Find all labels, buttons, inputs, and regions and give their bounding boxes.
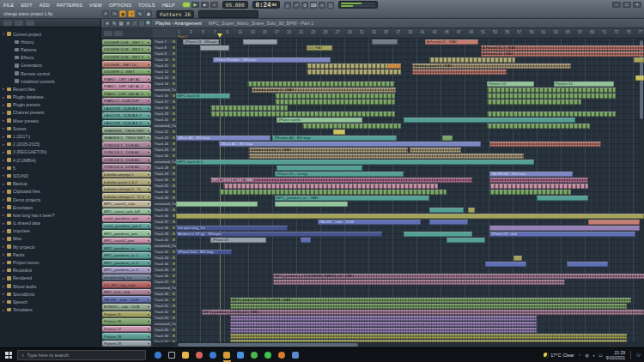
picker-item[interactable]: MPC_crash2_jam▾ [102,238,151,244]
spotify-icon[interactable] [250,351,259,360]
picker-item[interactable]: kalimba attempt 1▾ [102,172,151,178]
record-button[interactable]: ● [210,2,218,8]
browser-item[interactable]: ▸how long has it been? [0,211,100,219]
start-button[interactable] [0,348,17,362]
picker-item[interactable]: Pattern 29▾ [102,341,151,347]
clip[interactable]: MPC_pandeiro_LOUD_full - WAV [202,310,644,315]
picker-item[interactable]: DIDGERI DUB - WET 2▾ [102,46,151,53]
track-row-header[interactable]: Track 11 [153,63,176,69]
clip[interactable] [230,334,627,339]
show-desktop-divider[interactable] [630,351,631,359]
clip[interactable]: JPiano final - BG loop [176,250,232,255]
close-button[interactable]: × [633,2,641,8]
picker-item[interactable]: Pattern 28▾ [102,333,151,340]
browser-item[interactable]: Generators [0,62,100,69]
picker-item[interactable]: crash_pandeiro_jam▾ [102,215,151,222]
clip[interactable] [567,262,608,267]
browser-item[interactable]: ▸Plugin database [0,94,100,101]
vertical-scrollbar[interactable] [639,39,644,342]
track-row-header[interactable]: Track 35 [153,207,176,213]
clip[interactable] [487,100,581,105]
fl-studio-icon[interactable] [222,351,232,360]
clip[interactable]: rev pno stng_1st [176,226,288,231]
clip[interactable] [429,57,515,63]
clip[interactable] [273,280,565,285]
browser-item[interactable]: ▸Channel presets [0,109,100,117]
loop-record-icon[interactable]: ⟲ [128,10,135,17]
track-row-header[interactable]: unnamed_Track 48 [153,285,176,291]
wait-input-icon[interactable]: ⏎ [293,2,300,9]
clip[interactable] [219,190,447,195]
browser-item[interactable]: ▸Mixer presets [0,117,100,124]
track-row-header[interactable]: Track 29 [153,171,176,177]
clip[interactable] [442,136,453,141]
track-row-header[interactable]: Track 13 [153,75,176,81]
track-row-header[interactable]: unnamed_Track 54 [153,321,176,327]
browser-item[interactable]: ▸4 (CUMBIA) [0,156,100,164]
clip[interactable] [387,63,401,69]
clip[interactable]: JBass A2 - BG loop [219,142,481,147]
track-row-header[interactable]: Track 51 [153,303,176,309]
track-row-header[interactable]: Track 37 [153,219,176,225]
track-row-header[interactable]: Track 47 [153,279,176,285]
picker-item[interactable]: Pattern 11▾ [102,311,151,318]
browser-item[interactable]: ▸Packs [0,250,100,258]
picker-item[interactable]: BONGO - solo - DUB▾ [102,304,151,311]
clip[interactable] [429,220,468,225]
tempo-display[interactable]: 95.000 [222,1,248,9]
track-row-header[interactable]: Track 43 [153,255,176,261]
picker-item[interactable]: rev pno stng_1st▾ [102,275,151,281]
picker-item[interactable]: DIDGERI DUB - WET 3▾ [102,54,151,61]
track-row-header[interactable]: Track 17 [153,99,176,105]
browser-item[interactable]: ▸2 (2005-2015) [0,141,100,148]
picker-item[interactable]: PIANO - DRY LAY AL 2▾ [102,83,151,90]
track-row-header[interactable]: Track 56 [153,333,176,339]
clip[interactable] [333,130,345,135]
clip[interactable] [489,178,588,183]
clip[interactable]: Ambience 03 (p) - Whisper [176,232,382,237]
clip[interactable]: Pattern 10 [554,81,614,87]
clip[interactable] [489,226,640,231]
clip[interactable] [230,328,537,333]
track-row-header[interactable]: Track 39 [153,231,176,237]
delete-tool-icon[interactable]: ✕ [125,20,131,27]
clip[interactable]: JPiano swells [276,118,362,123]
clip[interactable]: JPiano 03 - dub [489,232,635,237]
track-row-header[interactable]: Track 24 [153,141,176,147]
step-edit-icon[interactable]: ✎ [137,10,143,17]
clip[interactable] [588,220,640,225]
clip[interactable] [230,316,537,321]
track-row-header[interactable]: Track 20 [153,117,176,123]
clip[interactable] [176,202,258,207]
picker-item[interactable]: kalimba attempt 2 - TL 2▾ [102,193,151,200]
track-row-header[interactable]: Track 18 [153,105,176,111]
clip[interactable]: JPiano 03 - Whisper [183,39,219,45]
stop-button[interactable]: ■ [201,2,209,8]
file-explorer-icon[interactable] [181,351,191,360]
browser-item[interactable]: ▸Scores [0,124,100,132]
menu-item-options[interactable]: OPTIONS [106,3,135,8]
tray-expand-icon[interactable]: ＾ [578,353,582,358]
browser-item[interactable]: ▸Backup [0,180,100,188]
network-icon[interactable]: ◍ [586,353,589,358]
browser-item[interactable]: ▸Templates [0,306,100,314]
clip[interactable]: JBass A1 - BG loop [176,136,270,141]
clip[interactable] [210,112,395,117]
playlist-titlebar[interactable]: ▾ ✎ ▨ ✕ ∕ ⬚ 🔍 Playlist - Arrangement MPC… [101,19,644,28]
track-row-header[interactable]: Track 31 [153,183,176,189]
clip[interactable] [487,124,590,129]
picker-sort-icon[interactable] [114,31,123,36]
track-row-header[interactable]: Track 28 [153,165,176,171]
picker-item[interactable]: kalimba quant 1 & 2▾ [102,178,151,185]
clip[interactable] [176,214,644,219]
clip[interactable] [489,184,588,189]
browser-item[interactable]: History [0,38,100,45]
clip[interactable]: JPiano Rhodes - Whisper [213,57,331,63]
typing-keyboard-icon[interactable]: ⌨ [310,2,317,9]
track-row-header[interactable]: Track 36 [153,213,176,219]
clip[interactable]: JRhodes A1 - BG loop [272,136,397,141]
clip[interactable] [404,232,472,237]
clip[interactable] [635,75,644,81]
track-row-header[interactable]: Track 44 [153,261,176,267]
browser-item[interactable]: ▸Recent files [0,85,100,93]
